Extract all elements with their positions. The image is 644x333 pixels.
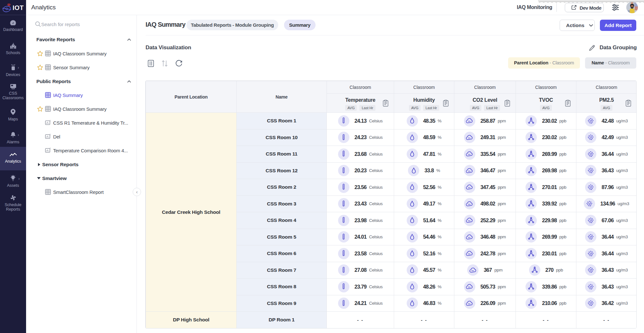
svg-text:co₂: co₂ <box>468 236 471 238</box>
svg-text:co₂: co₂ <box>468 203 471 205</box>
svg-text:co₂: co₂ <box>468 154 471 156</box>
svg-text:co₂: co₂ <box>468 187 471 189</box>
svg-text:co₂: co₂ <box>468 220 471 222</box>
svg-text:co₂: co₂ <box>468 137 471 139</box>
svg-text:co₂: co₂ <box>471 270 474 271</box>
svg-text:co₂: co₂ <box>468 253 471 255</box>
svg-text:co₂: co₂ <box>468 286 471 288</box>
svg-text:co₂: co₂ <box>468 170 471 172</box>
svg-text:co₂: co₂ <box>468 303 471 305</box>
svg-text:co₂: co₂ <box>468 120 471 122</box>
